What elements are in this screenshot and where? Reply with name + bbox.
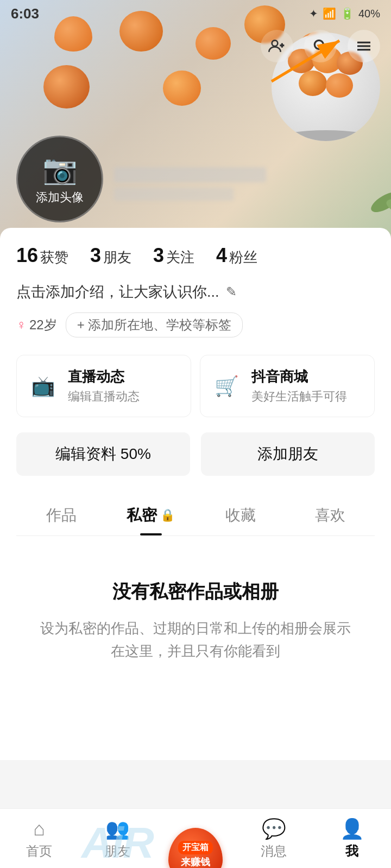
profile-banner: 6:03 ✦ 📶 🔋 40% [0,0,391,239]
content-tabs: 作品 私密 🔒 收藏 喜欢 [16,493,375,536]
bio-row[interactable]: 点击添加介绍，让大家认识你... ✎ [16,282,375,302]
age-label: 22岁 [29,316,57,334]
profile-section: 16 获赞 3 朋友 3 关注 4 粉丝 点击添加介绍，让大家认识你... ✎ … [0,228,391,760]
home-icon: ⌂ [33,818,45,840]
feature-cards: 📺 直播动态 编辑直播动态 🛒 抖音商城 美好生活触手可得 [16,355,375,417]
empty-title: 没有私密作品或相册 [38,579,353,604]
tab-private-label: 私密 [127,505,157,526]
shop-card[interactable]: 🛒 抖音商城 美好生活触手可得 [200,355,375,417]
shop-title: 抖音商城 [251,367,363,386]
earn-top-badge: 开宝箱 [178,841,213,854]
age-tag: ♀ 22岁 [16,316,57,334]
menu-icon [355,37,373,55]
battery-level: 40% [358,8,380,20]
messages-icon: 💬 [262,818,286,840]
livestream-icon: 📺 [28,371,58,401]
avatar-area: 📷 添加头像 [16,136,103,222]
username-blur [114,167,266,182]
private-lock-icon: 🔒 [160,508,175,522]
earn-label: 来赚钱 [181,856,210,868]
nav-friends-label: 朋友 [104,843,130,860]
tab-works-label: 作品 [46,505,77,526]
search-button[interactable] [304,30,337,62]
status-icons: ✦ 📶 🔋 40% [309,7,380,20]
friends-stat[interactable]: 3 朋友 [90,244,131,267]
svg-point-3 [314,40,323,49]
add-friends-button[interactable] [261,30,293,62]
add-avatar-button[interactable]: 📷 添加头像 [16,136,103,222]
gender-icon: ♀ [16,317,26,333]
status-bar: 6:03 ✦ 📶 🔋 40% [0,0,391,27]
empty-description: 设为私密的作品、过期的日常和上传的相册会展示在这里，并且只有你能看到 [38,617,353,662]
edit-profile-button[interactable]: 编辑资料 50% [16,432,190,476]
nav-friends[interactable]: 👥 朋友 [78,812,156,865]
action-buttons: 编辑资料 50% 添加朋友 [16,432,375,476]
friends-count: 3 [90,244,101,267]
tab-likes[interactable]: 喜欢 [285,493,375,535]
menu-button[interactable] [348,30,380,62]
earn-badge: 开宝箱 来赚钱 [168,828,223,869]
add-tags-button[interactable]: + 添加所在地、学校等标签 [66,312,243,337]
wifi-icon: 📶 [323,7,336,20]
nav-me[interactable]: 👤 我 [313,812,391,865]
stats-row: 16 获赞 3 朋友 3 关注 4 粉丝 [16,244,375,267]
status-time: 6:03 [11,5,39,22]
add-tags-label: + 添加所在地、学校等标签 [77,316,232,334]
tab-favorites-label: 收藏 [225,505,256,526]
tags-row: ♀ 22岁 + 添加所在地、学校等标签 [16,312,375,337]
following-count: 3 [153,244,164,267]
search-icon [312,37,329,55]
me-icon: 👤 [340,818,364,840]
nav-home-label: 首页 [26,843,52,860]
nav-messages-label: 消息 [261,843,287,860]
nav-me-label: 我 [345,843,358,860]
header-actions [261,30,380,62]
tab-private[interactable]: 私密 🔒 [106,493,195,535]
livestream-card[interactable]: 📺 直播动态 编辑直播动态 [16,355,191,417]
nav-friends-icon: 👥 [105,818,130,840]
edit-bio-icon[interactable]: ✎ [226,284,237,299]
livestream-title: 直播动态 [68,367,180,386]
bio-text: 点击添加介绍，让大家认识你... [16,282,219,302]
shop-icon: 🛒 [211,371,242,401]
tab-likes-label: 喜欢 [315,505,345,526]
empty-state: 没有私密作品或相册 设为私密的作品、过期的日常和上传的相册会展示在这里，并且只有… [16,536,375,695]
fruit-decoration [195,27,231,60]
followers-count: 4 [216,244,227,267]
tab-works[interactable]: 作品 [16,493,106,535]
svg-point-0 [272,40,278,46]
username-area [114,167,266,201]
followers-stat[interactable]: 4 粉丝 [216,244,257,267]
shop-info: 抖音商城 美好生活触手可得 [251,367,363,405]
friends-icon [268,37,286,55]
likes-stat[interactable]: 16 获赞 [16,244,68,267]
bluetooth-icon: ✦ [309,7,318,20]
nav-home[interactable]: ⌂ 首页 [0,812,78,865]
friends-label: 朋友 [103,248,131,267]
userid-blur [114,188,234,201]
livestream-subtitle: 编辑直播动态 [68,388,180,405]
svg-line-4 [323,48,327,53]
following-label: 关注 [166,248,194,267]
likes-count: 16 [16,244,38,267]
bottom-navigation: ⌂ 首页 👥 朋友 开宝箱 来赚钱 💬 消息 👤 我 [0,808,391,868]
nav-messages[interactable]: 💬 消息 [235,812,313,865]
fruit-decoration [163,71,201,106]
likes-label: 获赞 [40,248,68,267]
tab-favorites[interactable]: 收藏 [195,493,285,535]
add-avatar-label: 添加头像 [36,189,84,206]
fruit-decoration [43,65,90,108]
add-friends-button[interactable]: 添加朋友 [201,432,375,476]
followers-label: 粉丝 [229,248,257,267]
shop-subtitle: 美好生活触手可得 [251,388,363,405]
livestream-info: 直播动态 编辑直播动态 [68,367,180,405]
signal-icon: 🔋 [340,7,354,20]
camera-icon: 📷 [42,153,78,186]
following-stat[interactable]: 3 关注 [153,244,194,267]
